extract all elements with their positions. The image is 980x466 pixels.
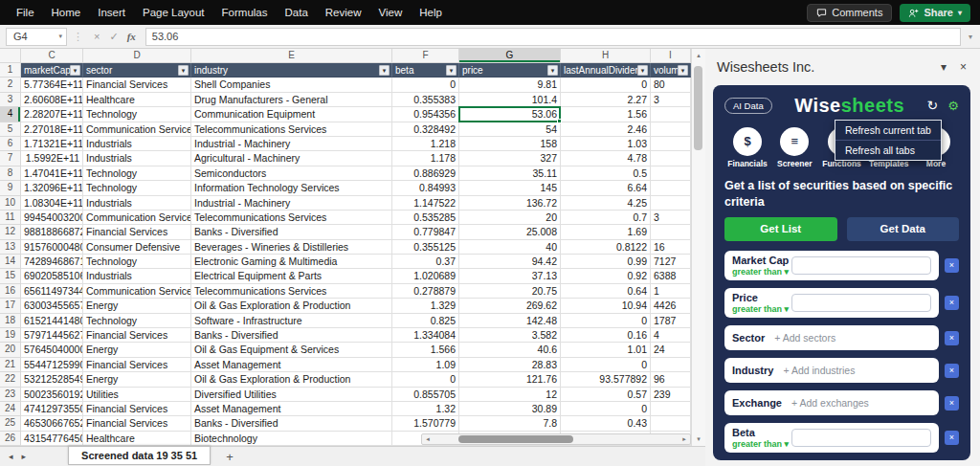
row-header-10[interactable]: 10: [0, 196, 21, 211]
cell-F10[interactable]: 1.147522: [392, 196, 459, 211]
menu-item-home[interactable]: Home: [43, 0, 90, 25]
cell-H19[interactable]: 0.16: [561, 328, 651, 343]
cell-I2[interactable]: 80: [651, 78, 691, 92]
cell-F8[interactable]: 0.886929: [392, 166, 459, 181]
formula-bar-expand-icon[interactable]: ▾: [961, 33, 980, 41]
cell-F22[interactable]: 0: [392, 372, 459, 387]
menu-item-review[interactable]: Review: [317, 0, 370, 25]
cell-F6[interactable]: 1.218: [392, 137, 459, 151]
row-header-21[interactable]: 21: [0, 358, 21, 372]
cell-I4[interactable]: [651, 107, 691, 122]
menu-item-data[interactable]: Data: [277, 0, 317, 25]
add-sheet-button[interactable]: +: [226, 450, 234, 464]
cell-D2[interactable]: Financial Services: [83, 78, 191, 92]
cell-E12[interactable]: Banks - Diversified: [191, 225, 392, 239]
ai-data-button[interactable]: AI Data: [724, 98, 772, 114]
cell-C6[interactable]: 1.71321E+11: [21, 137, 83, 151]
cell-I22[interactable]: 96: [651, 372, 691, 387]
cell-D25[interactable]: Financial Services: [83, 416, 191, 431]
remove-filter-button[interactable]: ×: [945, 331, 959, 345]
share-button[interactable]: Share ▾: [900, 4, 970, 22]
cell-G10[interactable]: 136.72: [459, 196, 561, 211]
cell-E2[interactable]: Shell Companies: [191, 78, 392, 92]
row-header-9[interactable]: 9: [0, 181, 21, 195]
cell-F5[interactable]: 0.328492: [392, 122, 459, 137]
refresh-icon[interactable]: ↻: [927, 98, 939, 113]
cell-I7[interactable]: [651, 151, 691, 166]
cell-F21[interactable]: 1.09: [392, 358, 459, 372]
cell-D5[interactable]: Communication Services: [83, 122, 191, 137]
cell-F11[interactable]: 0.535285: [392, 211, 459, 225]
menu-item-file[interactable]: File: [8, 0, 43, 25]
remove-filter-button[interactable]: ×: [945, 396, 959, 411]
row-header-19[interactable]: 19: [0, 328, 21, 343]
cell-D18[interactable]: Technology: [83, 314, 191, 328]
spreadsheet-grid[interactable]: CDEFGHI 1marketCap▾sector▾industry▾beta▾…: [0, 49, 691, 446]
cell-G23[interactable]: 12: [459, 388, 561, 402]
cell-F4[interactable]: 0.954356: [392, 107, 459, 122]
cell-D23[interactable]: Utilities: [83, 388, 191, 402]
get-data-button[interactable]: Get Data: [847, 217, 960, 241]
column-header-C[interactable]: C: [21, 49, 83, 63]
remove-filter-button[interactable]: ×: [945, 431, 959, 445]
cell-H12[interactable]: 1.69: [561, 225, 651, 239]
beta-input[interactable]: [791, 429, 931, 447]
operator-dropdown[interactable]: greater than ▾: [732, 439, 791, 449]
cell-D21[interactable]: Financial Services: [83, 358, 191, 372]
cell-F3[interactable]: 0.355383: [392, 93, 459, 107]
cell-C12[interactable]: 98818866872: [21, 225, 83, 239]
cell-H23[interactable]: 0.57: [561, 388, 651, 402]
cell-I17[interactable]: 4426: [651, 299, 691, 313]
cell-E15[interactable]: Electrical Equipment & Parts: [191, 269, 392, 283]
cell-E8[interactable]: Semiconductors: [191, 166, 392, 181]
cell-E18[interactable]: Software - Infrastructure: [191, 314, 392, 328]
cell-D6[interactable]: Industrials: [83, 137, 191, 151]
cell-H11[interactable]: 0.7: [561, 211, 651, 225]
cell-E26[interactable]: Biotechnology: [191, 432, 392, 446]
cell-D15[interactable]: Industrials: [83, 269, 191, 283]
cell-G15[interactable]: 37.13: [459, 269, 561, 283]
column-header-E[interactable]: E: [191, 49, 392, 63]
table-header-industry[interactable]: industry▾: [191, 63, 392, 78]
cell-F2[interactable]: 0: [392, 78, 459, 92]
row-header-24[interactable]: 24: [0, 402, 21, 416]
cell-C2[interactable]: 5.77364E+11: [21, 78, 83, 92]
cell-H21[interactable]: 0: [561, 358, 651, 372]
cell-E10[interactable]: Industrial - Machinery: [191, 196, 392, 211]
cell-D26[interactable]: Healthcare: [83, 432, 191, 446]
cell-D24[interactable]: Financial Services: [83, 402, 191, 416]
cell-D17[interactable]: Energy: [83, 299, 191, 313]
remove-filter-button[interactable]: ×: [945, 258, 959, 273]
cell-I15[interactable]: 6388: [651, 269, 691, 283]
menu-item-formulas[interactable]: Formulas: [213, 0, 277, 25]
cell-E14[interactable]: Electronic Gaming & Multimedia: [191, 255, 392, 269]
scroll-right-icon[interactable]: ▸: [679, 434, 690, 444]
row-header-11[interactable]: 11: [0, 211, 21, 225]
cell-G13[interactable]: 40: [459, 240, 561, 255]
cell-G18[interactable]: 142.48: [459, 314, 561, 328]
enter-check-icon[interactable]: ✓: [104, 31, 122, 43]
cell-G22[interactable]: 121.76: [459, 372, 561, 387]
scroll-left-icon[interactable]: ◂: [422, 434, 434, 444]
vertical-scroll-thumb[interactable]: [694, 66, 702, 150]
cell-I10[interactable]: [651, 196, 691, 211]
cell-I5[interactable]: [651, 122, 691, 137]
operator-dropdown[interactable]: greater than ▾: [732, 267, 791, 277]
cell-I18[interactable]: 1787: [651, 314, 691, 328]
cell-E13[interactable]: Beverages - Wineries & Distilleries: [191, 240, 392, 255]
sheet-tab[interactable]: Screened data 19 35 51: [68, 446, 211, 465]
wrench-icon[interactable]: ⚙: [947, 99, 959, 113]
filter-button-marketcap[interactable]: ▾: [70, 65, 80, 76]
price-input[interactable]: [791, 294, 931, 312]
cell-G17[interactable]: 269.62: [459, 299, 561, 313]
cell-E3[interactable]: Drug Manufacturers - General: [191, 93, 392, 107]
cell-I12[interactable]: [651, 225, 691, 239]
cell-D14[interactable]: Technology: [83, 255, 191, 269]
cell-C8[interactable]: 1.47041E+11: [21, 166, 83, 181]
cell-G4[interactable]: 53.06: [459, 107, 561, 122]
add-industry-link[interactable]: + Add industries: [783, 365, 855, 376]
cell-E17[interactable]: Oil & Gas Exploration & Production: [191, 299, 392, 313]
cell-G12[interactable]: 25.008: [459, 225, 561, 239]
cell-D10[interactable]: Industrials: [83, 196, 191, 211]
row-header-7[interactable]: 7: [0, 151, 21, 166]
